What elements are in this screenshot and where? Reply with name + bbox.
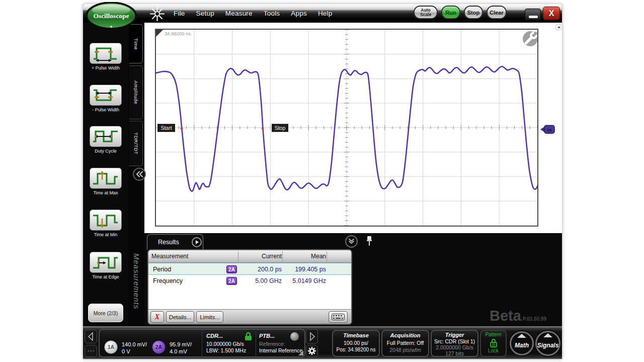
minimize-button[interactable]	[525, 9, 541, 21]
stop-marker-label: Stop	[272, 124, 288, 132]
clear-button[interactable]: Clear	[487, 6, 507, 19]
timebase-scale: 100.00 ps/	[333, 340, 379, 346]
console-expand-right-button[interactable]	[306, 329, 318, 344]
stop-button[interactable]: Stop	[464, 6, 483, 19]
keyboard-button[interactable]	[329, 311, 348, 323]
pattern-lock-icon	[481, 338, 506, 348]
results-tab-label: Results	[158, 239, 179, 246]
channel-2a-level-marker[interactable]: 2A	[540, 124, 555, 134]
math-up-arrow-icon	[517, 334, 526, 338]
menu-item-setup[interactable]: Setup	[191, 10, 220, 17]
current-value: 200.0 ps	[239, 266, 282, 273]
display-menu-arrow-icon[interactable]	[555, 24, 562, 31]
trigger-panel[interactable]: Trigger Src: CDR (Slot 1) 2.0000000 Gb/s…	[431, 330, 478, 357]
palette-tab-tdr-tdt[interactable]: TDR/TDT	[129, 121, 143, 166]
beta-watermark: BetaP.03.50.99	[490, 308, 644, 324]
menu-bar: FileSetupMeasureToolsAppsHelp	[168, 4, 338, 23]
menu-item-tools[interactable]: Tools	[258, 10, 286, 17]
toolbar-buttons: AutoScale Run Stop Clear	[414, 6, 507, 19]
signals-label: Signals	[537, 342, 559, 349]
run-button[interactable]: Run	[441, 6, 460, 19]
measurement-button-label: - Pulse Width	[90, 107, 122, 112]
corner-marker-icon	[156, 30, 163, 37]
channel-badge-1a: 1A	[104, 340, 118, 354]
measurement-button-time-at-edge[interactable]: Time at Edge	[90, 252, 122, 279]
results-row-period[interactable]: Period 2A 200.0 ps 199.405 ps	[148, 263, 351, 275]
math-button[interactable]: Math	[510, 331, 534, 355]
channel-badge-2a: 2A	[152, 340, 166, 354]
mean-value: 5.0149 GHz	[283, 277, 326, 284]
menu-item-apps[interactable]: Apps	[285, 10, 312, 17]
close-button[interactable]: X	[543, 7, 560, 20]
auto-scale-button[interactable]: AutoScale	[414, 6, 438, 19]
more-measurements-button[interactable]: More (2/3)	[88, 304, 123, 322]
resize-grip-icon	[298, 350, 303, 355]
pattern-lock-panel[interactable]: Pattern Lock	[480, 330, 507, 357]
spark-icon	[150, 7, 165, 21]
source-badge: 2A	[226, 277, 237, 285]
palette-title-vertical: Measurements	[130, 253, 141, 326]
results-table-panel: Measurement Current Mean Period 2A 200.0…	[147, 249, 352, 325]
cdr-lbw: LBW: 1.500 MHz	[206, 347, 255, 353]
pattern-lock-label-top: Pattern	[481, 332, 506, 337]
results-collapse-button[interactable]	[345, 235, 358, 248]
acquisition-title: Acquisition	[382, 332, 428, 338]
acquisition-points: 2048 pts/wfm	[382, 347, 428, 353]
current-value: 5.00 GHz	[239, 277, 282, 284]
timebase-panel[interactable]: Timebase 100.00 ps/ Pos: 34.98200 ns	[332, 330, 380, 357]
console-expand-left-button[interactable]	[85, 330, 97, 343]
math-label: Math	[515, 342, 529, 349]
limits-button[interactable]: Limits...	[196, 311, 223, 323]
display-canvas: Start Stop34.98200 ns 2A	[144, 23, 562, 233]
minus-pulse-width-icon	[92, 87, 120, 104]
measurement-button-time-at-min[interactable]: Time at Min	[90, 209, 122, 237]
palette-collapse-button[interactable]	[133, 168, 146, 181]
measurement-button-label: + Pulse Width	[90, 65, 122, 70]
acquisition-pattern: Full Pattern: Off	[382, 340, 428, 346]
delete-measurement-button[interactable]: X	[150, 311, 164, 323]
results-play-icon[interactable]	[192, 237, 202, 247]
results-tab[interactable]: Results	[147, 234, 203, 250]
measurement-button-duty-cycle[interactable]: Duty Cycle	[90, 126, 122, 154]
timebase-position: Pos: 34.98200 ns	[333, 347, 379, 352]
console-extra-button[interactable]	[85, 345, 97, 357]
palette-tab-amplitude[interactable]: Amplitude	[129, 65, 143, 119]
trigger-title: Trigger	[432, 332, 477, 338]
timebase-position-readout: 34.98200 ns	[165, 31, 191, 36]
results-row-frequency[interactable]: Frequency 2A 5.00 GHz 5.0149 GHz	[148, 275, 351, 287]
pattern-lock-label-bottom: Lock	[481, 348, 506, 353]
measurement-button-plus-pulse-width[interactable]: + Pulse Width	[90, 43, 122, 70]
pin-icon[interactable]	[366, 236, 373, 247]
plus-pulse-width-icon	[92, 45, 120, 62]
menu-item-measure[interactable]: Measure	[220, 10, 258, 17]
oscilloscope-logo: Oscilloscope	[86, 2, 137, 31]
acquisition-panel[interactable]: Acquisition Full Pattern: Off 2048 pts/w…	[381, 330, 429, 357]
measurement-button-minus-pulse-width[interactable]: - Pulse Width	[90, 85, 122, 112]
source-badge: 2A	[226, 265, 237, 273]
measurement-name: Period	[153, 266, 171, 273]
console-settings-button[interactable]	[306, 345, 318, 357]
ptb-reference-label: Reference:	[259, 341, 305, 347]
trigger-bits: 127 bits	[432, 350, 477, 356]
measurement-button-label: Duty Cycle	[90, 149, 122, 154]
mean-value: 199.405 ps	[283, 266, 326, 273]
measurement-button-time-at-max[interactable]: Time at Max	[90, 168, 122, 195]
trigger-rate: 2.0000000 Gb/s	[432, 344, 477, 350]
details-button[interactable]: Details...	[166, 311, 194, 323]
menu-item-file[interactable]: File	[168, 10, 191, 17]
time-at-edge-icon	[92, 254, 120, 271]
keyboard-icon	[332, 314, 345, 320]
timebase-title: Timebase	[333, 332, 379, 338]
trigger-source: Src: CDR (Slot 1)	[432, 338, 477, 344]
duty-cycle-icon	[92, 128, 120, 146]
results-footer-bar: X Details... Limits...	[148, 309, 351, 324]
waveform-graticule[interactable]: Start Stop34.98200 ns	[155, 29, 538, 227]
column-current: Current	[239, 253, 282, 260]
measurement-button-label: Time at Max	[90, 190, 122, 195]
signals-button[interactable]: Signals	[535, 331, 560, 356]
svg-text:Start: Start	[160, 125, 172, 131]
menu-item-help[interactable]: Help	[312, 10, 338, 17]
start-marker-label: Start	[157, 124, 175, 132]
measurement-name: Frequency	[153, 277, 183, 284]
gear-icon	[306, 345, 317, 356]
